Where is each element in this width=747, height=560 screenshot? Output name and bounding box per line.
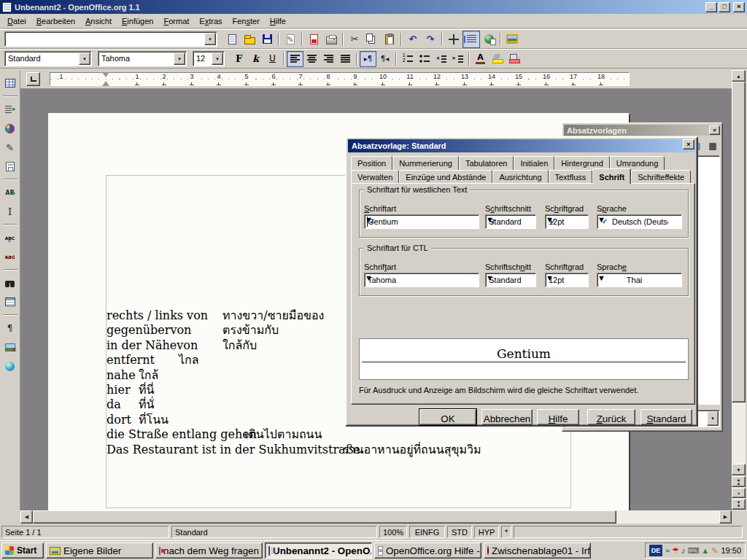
task-eigene-bilder[interactable]: Eigene Bilder [46,542,153,559]
menu-bearbeiten[interactable]: Bearbeiten [31,15,80,27]
task-zwischenablage[interactable]: Zwischenablage01 - Irf... [484,542,591,559]
open-button[interactable] [241,31,258,48]
font-name-combobox[interactable]: Tahoma ▼ [98,51,187,66]
insert-objects-button[interactable] [1,120,19,137]
minimize-button[interactable]: _ [705,2,717,12]
print-button[interactable] [322,31,340,48]
eject-tray-icon[interactable]: ▲ [701,545,709,556]
vertical-scrollbar[interactable]: ▲ ▼ ▲▲ ● ▼▼ [732,70,746,524]
navigator-button[interactable] [445,31,462,48]
next-page-button[interactable]: ▼▼ [732,499,746,510]
hyperlink-mode-indicator[interactable]: HYP [474,526,499,538]
gallery-button[interactable] [503,31,521,48]
nonprinting-chars-button[interactable]: ¶ [1,319,19,337]
stylist-close-button[interactable]: × [709,125,720,135]
paste-button[interactable] [381,31,398,48]
horizontal-scrollbar[interactable]: ◀ ▶ [20,510,732,524]
antivirus-tray-icon[interactable]: ☂ [672,545,679,556]
task-weg-fragen[interactable]: nach dem Weg fragen ... [155,542,263,559]
paragraph-style-combobox[interactable]: Standard ▼ [4,51,92,66]
edit-file-button[interactable] [282,31,299,48]
ctl-language-combo[interactable]: Thai▼ [597,273,682,287]
stylist-button[interactable] [462,31,480,48]
redo-button[interactable]: ↷ [422,31,439,48]
tab-type-selector[interactable] [26,72,40,86]
tab-textfluss[interactable]: Textfluss [549,170,593,184]
direct-cursor-button[interactable]: I [1,203,19,220]
tab-ausrichtung[interactable]: Ausrichtung [492,170,548,184]
highlighting-button[interactable] [489,51,506,67]
bold-button[interactable]: F [231,51,247,67]
close-button[interactable]: × [733,2,745,12]
online-layout-button[interactable] [1,357,19,375]
justify-button[interactable] [337,51,354,67]
insert-mode-indicator[interactable]: EINFG [409,526,445,538]
tab-schrifteffekte[interactable]: Schrifteffekte [631,170,691,184]
help-button[interactable]: Hilfe [537,409,579,425]
save-button[interactable] [258,31,276,48]
align-right-button[interactable] [320,51,337,67]
standard-button[interactable]: Standard [640,409,692,425]
extra-indicator[interactable] [514,526,743,538]
style-indicator[interactable]: Standard [171,526,377,538]
dialog-close-button[interactable]: × [683,139,694,149]
western-font-name-combo[interactable]: Gentium▼ [364,214,479,229]
menu-format[interactable]: Format [158,15,194,27]
align-left-button[interactable] [287,51,303,67]
find-replace-button[interactable] [1,274,19,292]
hyperlink-button[interactable] [480,31,498,48]
scroll-down-button[interactable]: ▼ [732,464,746,475]
indent-marker[interactable] [102,72,109,86]
dropdown-arrow-icon[interactable]: ▼ [212,52,223,65]
spellcheck-button[interactable]: ABC [1,229,19,246]
task-ooo-hilfe[interactable]: ≈OpenOffice.org Hilfe - ... [374,542,481,559]
tab-schrift[interactable]: Schrift [592,168,631,184]
data-sources-button[interactable] [1,293,19,311]
language-indicator[interactable]: DE [649,545,662,556]
menu-extras[interactable]: Extras [194,15,227,27]
western-style-combo[interactable]: Standard▼ [485,214,536,229]
underline-button[interactable]: U [264,51,281,67]
autotext-button[interactable]: AB [1,184,19,201]
scroll-right-button[interactable]: ▶ [719,510,732,524]
align-center-button[interactable] [303,51,320,67]
dropdown-arrow-icon[interactable]: ▼ [174,52,185,65]
volume-tray-icon[interactable]: ♪ [681,545,686,556]
ltr-button[interactable]: ▸¶ [360,51,376,67]
tab-einzuege[interactable]: Einzüge und Abstände [399,170,492,184]
task-unbenannt2[interactable]: Unbenannt2 - OpenO... [265,542,372,559]
start-button[interactable]: Start [1,542,44,559]
menu-hilfe[interactable]: Hilfe [265,15,291,27]
western-size-combo[interactable]: 12pt▼ [545,214,589,229]
vertical-scroll-thumb[interactable] [732,82,746,402]
new-document-button[interactable] [223,31,241,48]
insert-fields-button[interactable] [1,101,19,118]
export-pdf-button[interactable] [305,31,322,48]
tab-initialen[interactable]: Initialen [514,156,554,170]
maximize-button[interactable]: □ [719,2,730,12]
url-combobox[interactable]: ▼ [4,31,217,47]
horizontal-scroll-thumb[interactable] [33,510,616,524]
draw-functions-button[interactable]: ✎ [1,139,19,156]
navigation-button[interactable]: ● [732,488,746,498]
selection-mode-indicator[interactable]: STD [447,526,472,538]
menu-fenster[interactable]: Fenster [228,15,265,27]
page-indicator[interactable]: Seite 1 / 1 [1,526,169,538]
increase-indent-button[interactable] [449,51,466,67]
tab-tabulatoren[interactable]: Tabulatoren [459,156,514,170]
graphics-onoff-button[interactable] [1,338,19,356]
pen-tray-icon[interactable]: ✎ [711,545,718,556]
rtl-button[interactable]: ¶◂ [376,51,393,67]
back-button[interactable]: Zurück [587,409,635,425]
insert-button[interactable] [1,74,19,92]
cancel-button[interactable]: Abbrechen [481,409,533,425]
undo-button[interactable]: ↶ [404,31,422,48]
bullets-button[interactable] [416,51,433,67]
tab-verwalten[interactable]: Verwalten [351,170,399,184]
font-size-combobox[interactable]: 12 ▼ [193,51,225,66]
paragraph-styles-icon[interactable]: ▦ [705,139,720,152]
menu-einfuegen[interactable]: Einfügen [117,15,158,27]
ok-button[interactable]: OK [419,409,476,425]
tab-nummerierung[interactable]: Nummerierung [392,156,459,170]
cut-button[interactable]: ✂ [346,31,363,48]
